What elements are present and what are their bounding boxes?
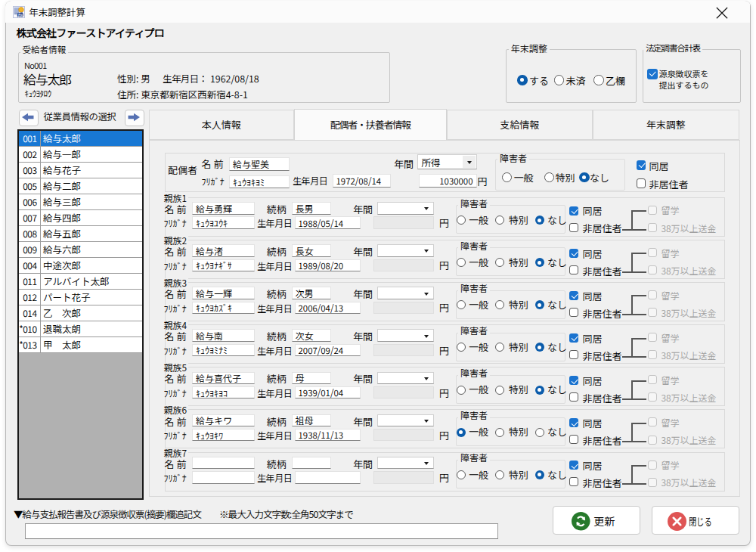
svg-text:Pro: Pro (18, 13, 23, 17)
